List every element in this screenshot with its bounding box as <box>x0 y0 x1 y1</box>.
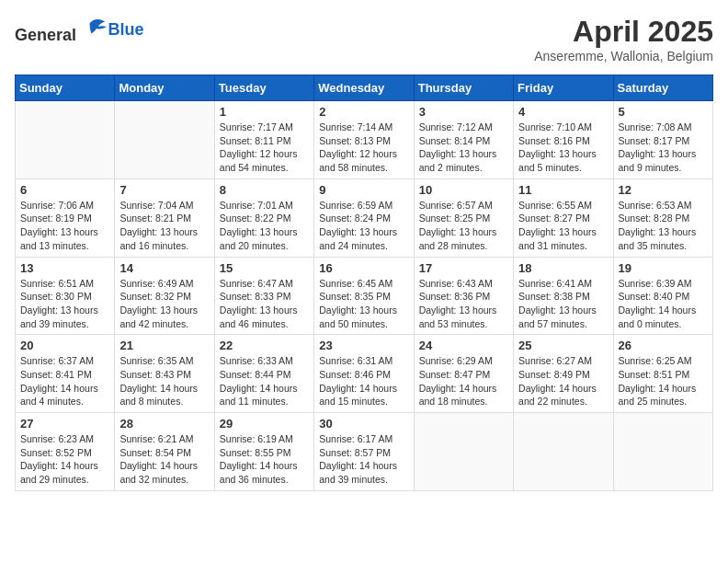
calendar-cell: 9Sunrise: 6:59 AM Sunset: 8:24 PM Daylig… <box>314 178 414 257</box>
day-number: 16 <box>319 261 408 275</box>
calendar-cell: 6Sunrise: 7:06 AM Sunset: 8:19 PM Daylig… <box>16 178 115 257</box>
cell-info: Sunrise: 7:10 AM Sunset: 8:16 PM Dayligh… <box>518 121 608 175</box>
calendar-cell: 18Sunrise: 6:41 AM Sunset: 8:38 PM Dayli… <box>514 257 613 335</box>
day-number: 26 <box>619 339 708 352</box>
cell-info: Sunrise: 6:43 AM Sunset: 8:36 PM Dayligh… <box>419 277 508 331</box>
calendar-cell: 17Sunrise: 6:43 AM Sunset: 8:36 PM Dayli… <box>414 257 513 335</box>
logo-blue-text: Blue <box>108 20 144 39</box>
cell-info: Sunrise: 6:29 AM Sunset: 8:47 PM Dayligh… <box>419 354 508 408</box>
cell-info: Sunrise: 6:19 AM Sunset: 8:55 PM Dayligh… <box>220 432 309 487</box>
cell-info: Sunrise: 7:08 AM Sunset: 8:17 PM Dayligh… <box>619 121 708 175</box>
calendar-cell: 30Sunrise: 6:17 AM Sunset: 8:57 PM Dayli… <box>314 413 414 491</box>
cell-info: Sunrise: 7:17 AM Sunset: 8:11 PM Dayligh… <box>220 121 309 175</box>
day-number: 10 <box>419 183 508 197</box>
cell-info: Sunrise: 6:45 AM Sunset: 8:35 PM Dayligh… <box>319 277 408 331</box>
calendar-cell: 25Sunrise: 6:27 AM Sunset: 8:49 PM Dayli… <box>514 335 613 413</box>
weekday-header-row: SundayMondayTuesdayWednesdayThursdayFrid… <box>16 75 713 101</box>
day-number: 6 <box>20 183 109 197</box>
weekday-header-sunday: Sunday <box>16 75 115 101</box>
calendar-week-row: 27Sunrise: 6:23 AM Sunset: 8:52 PM Dayli… <box>16 413 713 491</box>
day-number: 21 <box>119 339 209 352</box>
calendar-cell: 26Sunrise: 6:25 AM Sunset: 8:51 PM Dayli… <box>613 335 712 413</box>
calendar-cell: 8Sunrise: 7:01 AM Sunset: 8:22 PM Daylig… <box>214 178 313 257</box>
weekday-header-friday: Friday <box>514 75 613 101</box>
cell-info: Sunrise: 7:01 AM Sunset: 8:22 PM Dayligh… <box>220 199 309 253</box>
calendar-cell: 23Sunrise: 6:31 AM Sunset: 8:46 PM Dayli… <box>314 335 414 413</box>
calendar-cell <box>414 413 513 491</box>
cell-info: Sunrise: 6:27 AM Sunset: 8:49 PM Dayligh… <box>518 354 608 408</box>
calendar-week-row: 20Sunrise: 6:37 AM Sunset: 8:41 PM Dayli… <box>16 335 713 413</box>
calendar-cell: 11Sunrise: 6:55 AM Sunset: 8:27 PM Dayli… <box>514 178 613 257</box>
weekday-header-tuesday: Tuesday <box>214 75 313 101</box>
calendar-cell: 12Sunrise: 6:53 AM Sunset: 8:28 PM Dayli… <box>613 178 712 257</box>
cell-info: Sunrise: 6:17 AM Sunset: 8:57 PM Dayligh… <box>319 432 408 487</box>
day-number: 3 <box>419 105 508 119</box>
calendar-cell <box>16 101 115 179</box>
cell-info: Sunrise: 6:31 AM Sunset: 8:46 PM Dayligh… <box>319 354 408 408</box>
day-number: 1 <box>220 105 309 119</box>
day-number: 18 <box>518 261 608 275</box>
day-number: 7 <box>119 183 209 197</box>
logo-bird-icon <box>83 15 108 40</box>
cell-info: Sunrise: 6:37 AM Sunset: 8:41 PM Dayligh… <box>20 354 109 408</box>
day-number: 30 <box>319 417 408 431</box>
calendar-cell <box>613 413 712 491</box>
day-number: 28 <box>119 417 209 431</box>
weekday-header-thursday: Thursday <box>414 75 513 101</box>
cell-info: Sunrise: 6:39 AM Sunset: 8:40 PM Dayligh… <box>619 277 708 331</box>
cell-info: Sunrise: 6:41 AM Sunset: 8:38 PM Dayligh… <box>518 277 608 331</box>
cell-info: Sunrise: 6:35 AM Sunset: 8:43 PM Dayligh… <box>119 354 209 408</box>
cell-info: Sunrise: 6:49 AM Sunset: 8:32 PM Dayligh… <box>119 277 209 331</box>
calendar-cell: 14Sunrise: 6:49 AM Sunset: 8:32 PM Dayli… <box>115 257 214 335</box>
cell-info: Sunrise: 6:53 AM Sunset: 8:28 PM Dayligh… <box>619 199 708 253</box>
calendar-cell: 5Sunrise: 7:08 AM Sunset: 8:17 PM Daylig… <box>613 101 712 179</box>
weekday-header-wednesday: Wednesday <box>314 75 414 101</box>
logo-general-text: General <box>15 26 76 44</box>
day-number: 8 <box>220 183 309 197</box>
day-number: 2 <box>319 105 408 119</box>
day-number: 19 <box>619 261 708 275</box>
calendar-cell: 19Sunrise: 6:39 AM Sunset: 8:40 PM Dayli… <box>613 257 712 335</box>
day-number: 25 <box>518 339 608 352</box>
day-number: 11 <box>518 183 608 197</box>
cell-info: Sunrise: 6:33 AM Sunset: 8:44 PM Dayligh… <box>220 354 309 408</box>
cell-info: Sunrise: 6:47 AM Sunset: 8:33 PM Dayligh… <box>220 277 309 331</box>
calendar-cell: 27Sunrise: 6:23 AM Sunset: 8:52 PM Dayli… <box>16 413 115 491</box>
cell-info: Sunrise: 7:12 AM Sunset: 8:14 PM Dayligh… <box>419 121 508 175</box>
day-number: 20 <box>20 339 109 352</box>
day-number: 15 <box>220 261 309 275</box>
calendar-cell: 20Sunrise: 6:37 AM Sunset: 8:41 PM Dayli… <box>16 335 115 413</box>
day-number: 17 <box>419 261 508 275</box>
day-number: 4 <box>518 105 608 119</box>
month-title: April 2025 <box>534 15 713 49</box>
cell-info: Sunrise: 6:21 AM Sunset: 8:54 PM Dayligh… <box>119 432 209 487</box>
calendar-cell: 10Sunrise: 6:57 AM Sunset: 8:25 PM Dayli… <box>414 178 513 257</box>
calendar-week-row: 1Sunrise: 7:17 AM Sunset: 8:11 PM Daylig… <box>16 101 713 179</box>
calendar-cell <box>514 413 613 491</box>
day-number: 13 <box>20 261 109 275</box>
cell-info: Sunrise: 7:06 AM Sunset: 8:19 PM Dayligh… <box>20 199 109 253</box>
cell-info: Sunrise: 6:57 AM Sunset: 8:25 PM Dayligh… <box>419 199 508 253</box>
calendar-cell: 21Sunrise: 6:35 AM Sunset: 8:43 PM Dayli… <box>115 335 214 413</box>
day-number: 24 <box>419 339 508 352</box>
calendar-cell: 4Sunrise: 7:10 AM Sunset: 8:16 PM Daylig… <box>514 101 613 179</box>
cell-info: Sunrise: 6:55 AM Sunset: 8:27 PM Dayligh… <box>518 199 608 253</box>
calendar-table: SundayMondayTuesdayWednesdayThursdayFrid… <box>15 75 713 491</box>
calendar-week-row: 6Sunrise: 7:06 AM Sunset: 8:19 PM Daylig… <box>16 178 713 257</box>
calendar-cell: 28Sunrise: 6:21 AM Sunset: 8:54 PM Dayli… <box>115 413 214 491</box>
calendar-cell: 22Sunrise: 6:33 AM Sunset: 8:44 PM Dayli… <box>214 335 313 413</box>
calendar-cell: 24Sunrise: 6:29 AM Sunset: 8:47 PM Dayli… <box>414 335 513 413</box>
header: General Blue April 2025 Anseremme, Wallo… <box>15 15 713 63</box>
logo: General Blue <box>15 15 144 45</box>
calendar-cell: 29Sunrise: 6:19 AM Sunset: 8:55 PM Dayli… <box>214 413 313 491</box>
location-subtitle: Anseremme, Wallonia, Belgium <box>534 49 713 63</box>
calendar-cell: 7Sunrise: 7:04 AM Sunset: 8:21 PM Daylig… <box>115 178 214 257</box>
day-number: 22 <box>220 339 309 352</box>
calendar-week-row: 13Sunrise: 6:51 AM Sunset: 8:30 PM Dayli… <box>16 257 713 335</box>
calendar-cell: 15Sunrise: 6:47 AM Sunset: 8:33 PM Dayli… <box>214 257 313 335</box>
cell-info: Sunrise: 6:25 AM Sunset: 8:51 PM Dayligh… <box>619 354 708 408</box>
calendar-cell <box>115 101 214 179</box>
day-number: 9 <box>319 183 408 197</box>
day-number: 5 <box>619 105 708 119</box>
calendar-cell: 1Sunrise: 7:17 AM Sunset: 8:11 PM Daylig… <box>214 101 313 179</box>
